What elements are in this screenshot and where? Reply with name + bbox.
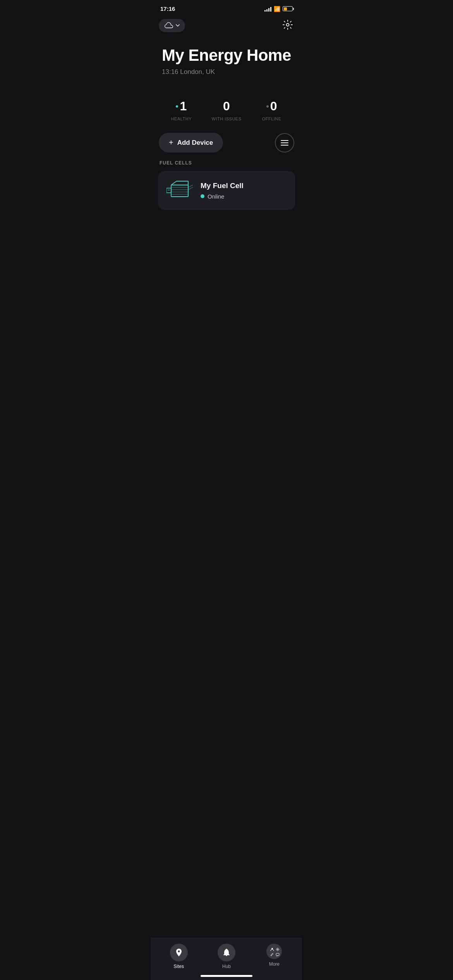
stat-healthy: 1 HEALTHY <box>159 99 204 121</box>
stat-offline: 0 OFFLINE <box>249 99 294 121</box>
svg-line-12 <box>188 187 193 190</box>
issues-count: 0 <box>223 99 230 113</box>
device-info: My Fuel Cell Online <box>201 182 287 200</box>
fuel-cell-icon <box>166 179 194 202</box>
healthy-label: HEALTHY <box>159 117 204 121</box>
device-status-text: Online <box>208 193 224 200</box>
device-status: Online <box>201 193 287 200</box>
plus-icon: + <box>169 138 173 147</box>
home-title: My Energy Home <box>162 46 291 64</box>
status-icons: 📶 <box>264 6 293 12</box>
issues-label: WITH ISSUES <box>204 117 249 121</box>
time: 17:16 <box>160 5 175 12</box>
status-bar: 17:16 📶 <box>151 0 302 15</box>
list-view-button[interactable] <box>275 133 294 152</box>
wifi-icon: 📶 <box>274 6 280 12</box>
home-subtitle: 13:16 London, UK <box>162 68 291 76</box>
offline-label: OFFLINE <box>249 117 294 121</box>
settings-button[interactable] <box>281 18 294 33</box>
device-name: My Fuel Cell <box>201 182 287 190</box>
healthy-count: 1 <box>180 99 187 113</box>
svg-point-0 <box>287 24 289 26</box>
svg-rect-9 <box>166 188 171 193</box>
online-status-dot <box>201 194 204 198</box>
offline-count: 0 <box>270 99 277 113</box>
stat-issues: 0 WITH ISSUES <box>204 99 249 121</box>
chevron-down-icon <box>176 24 180 27</box>
fuel-cells-section-label: FUEL CELLS <box>151 160 302 171</box>
healthy-dot <box>176 105 178 108</box>
cloud-icon <box>164 22 173 29</box>
top-bar <box>151 15 302 39</box>
hero-section: My Energy Home 13:16 London, UK <box>151 39 302 87</box>
list-icon <box>280 140 289 146</box>
add-device-button[interactable]: + Add Device <box>159 133 223 152</box>
offline-dot <box>266 105 269 108</box>
gear-icon <box>283 20 293 30</box>
svg-line-11 <box>188 185 193 187</box>
svg-rect-4 <box>171 185 188 197</box>
actions-row: + Add Device <box>151 133 302 160</box>
stats-row: 1 HEALTHY 0 WITH ISSUES 0 OFFLINE <box>151 91 302 133</box>
battery-icon <box>283 6 293 11</box>
signal-icon <box>264 6 271 12</box>
add-device-label: Add Device <box>177 139 213 147</box>
cloud-dropdown-button[interactable] <box>159 19 185 32</box>
fuel-cell-card[interactable]: My Fuel Cell Online <box>158 171 295 210</box>
